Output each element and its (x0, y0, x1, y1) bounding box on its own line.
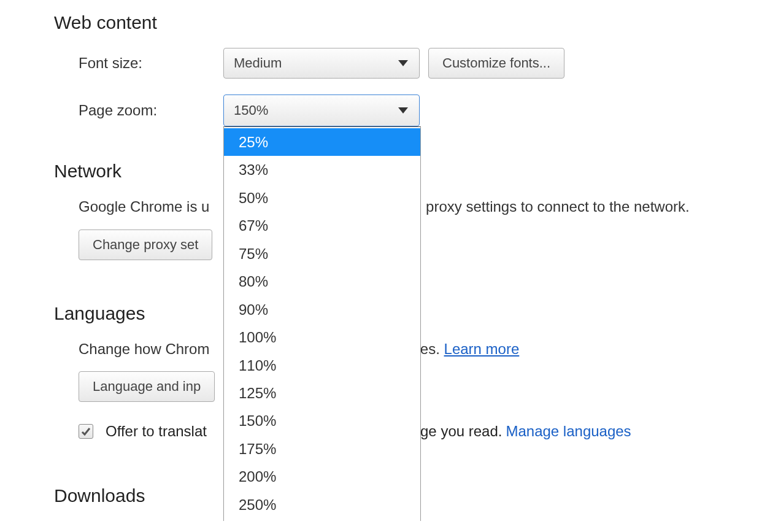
page-zoom-select[interactable]: 150% (223, 94, 420, 126)
zoom-option[interactable]: 200% (224, 463, 420, 490)
font-size-value: Medium (234, 55, 282, 71)
customize-fonts-button[interactable]: Customize fonts... (428, 48, 564, 79)
zoom-option[interactable]: 110% (224, 352, 420, 379)
zoom-option[interactable]: 250% (224, 491, 420, 519)
network-description: Google Chrome is um proxy settings to co… (79, 196, 778, 217)
manage-languages-link[interactable]: Manage languages (506, 423, 631, 440)
zoom-option[interactable]: 50% (224, 184, 420, 212)
page-zoom-row: Page zoom: 150% 25%33%50%67%75%80%90%100… (79, 94, 778, 126)
offer-translate-row: Offer to translatguage you read. Manage … (79, 423, 778, 440)
zoom-option[interactable]: 67% (224, 212, 420, 239)
chevron-down-icon (398, 107, 408, 114)
change-proxy-button[interactable]: Change proxy set (79, 229, 212, 260)
zoom-option[interactable]: 300% (224, 519, 420, 521)
zoom-option[interactable]: 75% (224, 240, 420, 268)
zoom-option[interactable]: 90% (224, 296, 420, 323)
zoom-option[interactable]: 33% (224, 156, 420, 183)
zoom-option[interactable]: 80% (224, 268, 420, 295)
language-input-button[interactable]: Language and inp (79, 371, 215, 402)
zoom-option[interactable]: 175% (224, 435, 420, 463)
zoom-option[interactable]: 150% (224, 407, 420, 434)
page-zoom-value: 150% (234, 102, 268, 118)
offer-translate-checkbox[interactable] (79, 424, 93, 439)
font-size-select[interactable]: Medium (223, 48, 420, 79)
web-content-heading: Web content (54, 12, 778, 33)
font-size-row: Font size: Medium Customize fonts... (79, 48, 778, 79)
zoom-option[interactable]: 25% (224, 128, 420, 156)
learn-more-link[interactable]: Learn more (444, 341, 520, 357)
chevron-down-icon (398, 60, 408, 66)
languages-description: Change how Chromguages. Learn more (79, 339, 778, 360)
page-zoom-label: Page zoom: (79, 102, 223, 119)
font-size-label: Font size: (79, 55, 223, 72)
page-zoom-dropdown[interactable]: 25%33%50%67%75%80%90%100%110%125%150%175… (223, 126, 421, 521)
svg-marker-1 (398, 107, 408, 114)
zoom-option[interactable]: 100% (224, 323, 420, 351)
svg-marker-0 (398, 60, 408, 66)
zoom-option[interactable]: 125% (224, 379, 420, 407)
